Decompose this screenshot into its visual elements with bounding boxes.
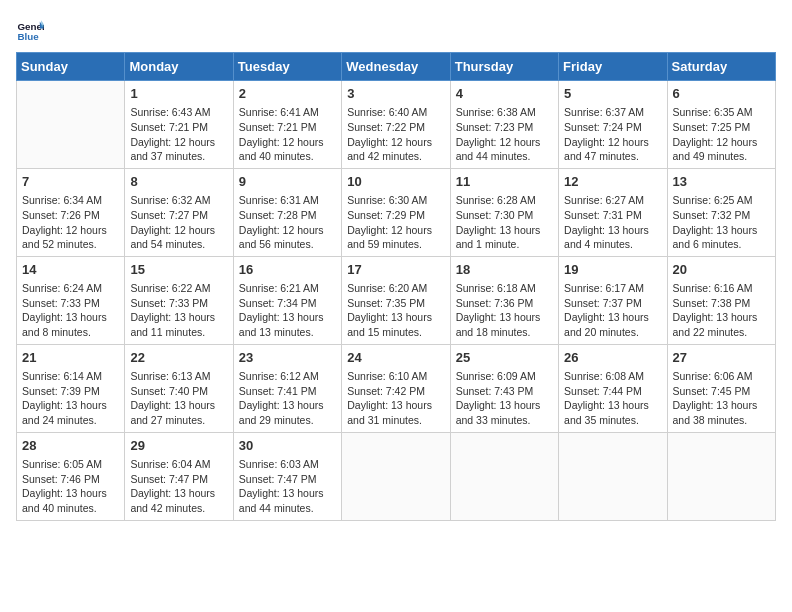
day-info: Sunrise: 6:41 AMSunset: 7:21 PMDaylight:…	[239, 105, 336, 164]
day-cell: 28Sunrise: 6:05 AMSunset: 7:46 PMDayligh…	[17, 432, 125, 520]
day-cell: 5Sunrise: 6:37 AMSunset: 7:24 PMDaylight…	[559, 81, 667, 169]
day-info: Sunrise: 6:16 AMSunset: 7:38 PMDaylight:…	[673, 281, 770, 340]
day-cell: 22Sunrise: 6:13 AMSunset: 7:40 PMDayligh…	[125, 344, 233, 432]
day-number: 17	[347, 261, 444, 279]
day-cell: 11Sunrise: 6:28 AMSunset: 7:30 PMDayligh…	[450, 168, 558, 256]
day-info: Sunrise: 6:34 AMSunset: 7:26 PMDaylight:…	[22, 193, 119, 252]
col-header-saturday: Saturday	[667, 53, 775, 81]
day-cell: 10Sunrise: 6:30 AMSunset: 7:29 PMDayligh…	[342, 168, 450, 256]
svg-text:Blue: Blue	[17, 31, 39, 42]
col-header-monday: Monday	[125, 53, 233, 81]
day-number: 24	[347, 349, 444, 367]
day-cell: 3Sunrise: 6:40 AMSunset: 7:22 PMDaylight…	[342, 81, 450, 169]
col-header-sunday: Sunday	[17, 53, 125, 81]
day-cell: 19Sunrise: 6:17 AMSunset: 7:37 PMDayligh…	[559, 256, 667, 344]
day-info: Sunrise: 6:03 AMSunset: 7:47 PMDaylight:…	[239, 457, 336, 516]
day-cell: 24Sunrise: 6:10 AMSunset: 7:42 PMDayligh…	[342, 344, 450, 432]
day-number: 26	[564, 349, 661, 367]
day-info: Sunrise: 6:22 AMSunset: 7:33 PMDaylight:…	[130, 281, 227, 340]
day-number: 9	[239, 173, 336, 191]
day-cell: 2Sunrise: 6:41 AMSunset: 7:21 PMDaylight…	[233, 81, 341, 169]
col-header-friday: Friday	[559, 53, 667, 81]
day-cell: 23Sunrise: 6:12 AMSunset: 7:41 PMDayligh…	[233, 344, 341, 432]
day-number: 20	[673, 261, 770, 279]
day-number: 18	[456, 261, 553, 279]
day-number: 25	[456, 349, 553, 367]
day-info: Sunrise: 6:10 AMSunset: 7:42 PMDaylight:…	[347, 369, 444, 428]
day-number: 11	[456, 173, 553, 191]
day-info: Sunrise: 6:24 AMSunset: 7:33 PMDaylight:…	[22, 281, 119, 340]
day-info: Sunrise: 6:08 AMSunset: 7:44 PMDaylight:…	[564, 369, 661, 428]
day-cell: 20Sunrise: 6:16 AMSunset: 7:38 PMDayligh…	[667, 256, 775, 344]
week-row-2: 7Sunrise: 6:34 AMSunset: 7:26 PMDaylight…	[17, 168, 776, 256]
day-number: 21	[22, 349, 119, 367]
day-info: Sunrise: 6:04 AMSunset: 7:47 PMDaylight:…	[130, 457, 227, 516]
day-info: Sunrise: 6:06 AMSunset: 7:45 PMDaylight:…	[673, 369, 770, 428]
week-row-1: 1Sunrise: 6:43 AMSunset: 7:21 PMDaylight…	[17, 81, 776, 169]
day-info: Sunrise: 6:32 AMSunset: 7:27 PMDaylight:…	[130, 193, 227, 252]
logo: General Blue	[16, 16, 48, 44]
col-header-tuesday: Tuesday	[233, 53, 341, 81]
day-number: 8	[130, 173, 227, 191]
day-info: Sunrise: 6:09 AMSunset: 7:43 PMDaylight:…	[456, 369, 553, 428]
col-header-wednesday: Wednesday	[342, 53, 450, 81]
day-cell: 15Sunrise: 6:22 AMSunset: 7:33 PMDayligh…	[125, 256, 233, 344]
day-info: Sunrise: 6:20 AMSunset: 7:35 PMDaylight:…	[347, 281, 444, 340]
day-number: 10	[347, 173, 444, 191]
day-cell	[342, 432, 450, 520]
day-cell	[450, 432, 558, 520]
day-info: Sunrise: 6:43 AMSunset: 7:21 PMDaylight:…	[130, 105, 227, 164]
day-cell: 8Sunrise: 6:32 AMSunset: 7:27 PMDaylight…	[125, 168, 233, 256]
day-info: Sunrise: 6:38 AMSunset: 7:23 PMDaylight:…	[456, 105, 553, 164]
day-number: 16	[239, 261, 336, 279]
day-cell: 17Sunrise: 6:20 AMSunset: 7:35 PMDayligh…	[342, 256, 450, 344]
day-number: 15	[130, 261, 227, 279]
day-number: 4	[456, 85, 553, 103]
week-row-3: 14Sunrise: 6:24 AMSunset: 7:33 PMDayligh…	[17, 256, 776, 344]
day-cell: 12Sunrise: 6:27 AMSunset: 7:31 PMDayligh…	[559, 168, 667, 256]
day-cell: 18Sunrise: 6:18 AMSunset: 7:36 PMDayligh…	[450, 256, 558, 344]
day-cell: 29Sunrise: 6:04 AMSunset: 7:47 PMDayligh…	[125, 432, 233, 520]
week-row-5: 28Sunrise: 6:05 AMSunset: 7:46 PMDayligh…	[17, 432, 776, 520]
day-cell: 4Sunrise: 6:38 AMSunset: 7:23 PMDaylight…	[450, 81, 558, 169]
day-number: 28	[22, 437, 119, 455]
day-number: 22	[130, 349, 227, 367]
week-row-4: 21Sunrise: 6:14 AMSunset: 7:39 PMDayligh…	[17, 344, 776, 432]
day-number: 13	[673, 173, 770, 191]
day-number: 23	[239, 349, 336, 367]
day-number: 27	[673, 349, 770, 367]
day-number: 12	[564, 173, 661, 191]
day-info: Sunrise: 6:17 AMSunset: 7:37 PMDaylight:…	[564, 281, 661, 340]
day-info: Sunrise: 6:40 AMSunset: 7:22 PMDaylight:…	[347, 105, 444, 164]
col-header-thursday: Thursday	[450, 53, 558, 81]
day-info: Sunrise: 6:14 AMSunset: 7:39 PMDaylight:…	[22, 369, 119, 428]
day-number: 5	[564, 85, 661, 103]
day-cell: 26Sunrise: 6:08 AMSunset: 7:44 PMDayligh…	[559, 344, 667, 432]
day-info: Sunrise: 6:37 AMSunset: 7:24 PMDaylight:…	[564, 105, 661, 164]
calendar-table: SundayMondayTuesdayWednesdayThursdayFrid…	[16, 52, 776, 521]
day-info: Sunrise: 6:12 AMSunset: 7:41 PMDaylight:…	[239, 369, 336, 428]
day-number: 3	[347, 85, 444, 103]
day-number: 30	[239, 437, 336, 455]
day-cell: 21Sunrise: 6:14 AMSunset: 7:39 PMDayligh…	[17, 344, 125, 432]
day-info: Sunrise: 6:21 AMSunset: 7:34 PMDaylight:…	[239, 281, 336, 340]
day-info: Sunrise: 6:35 AMSunset: 7:25 PMDaylight:…	[673, 105, 770, 164]
day-number: 7	[22, 173, 119, 191]
header: General Blue	[16, 16, 776, 44]
day-cell: 7Sunrise: 6:34 AMSunset: 7:26 PMDaylight…	[17, 168, 125, 256]
day-number: 29	[130, 437, 227, 455]
day-info: Sunrise: 6:05 AMSunset: 7:46 PMDaylight:…	[22, 457, 119, 516]
day-cell: 30Sunrise: 6:03 AMSunset: 7:47 PMDayligh…	[233, 432, 341, 520]
day-info: Sunrise: 6:28 AMSunset: 7:30 PMDaylight:…	[456, 193, 553, 252]
day-info: Sunrise: 6:13 AMSunset: 7:40 PMDaylight:…	[130, 369, 227, 428]
logo-icon: General Blue	[16, 16, 44, 44]
day-info: Sunrise: 6:31 AMSunset: 7:28 PMDaylight:…	[239, 193, 336, 252]
day-number: 19	[564, 261, 661, 279]
day-info: Sunrise: 6:30 AMSunset: 7:29 PMDaylight:…	[347, 193, 444, 252]
day-cell	[17, 81, 125, 169]
day-number: 6	[673, 85, 770, 103]
day-info: Sunrise: 6:18 AMSunset: 7:36 PMDaylight:…	[456, 281, 553, 340]
day-number: 1	[130, 85, 227, 103]
day-number: 2	[239, 85, 336, 103]
day-cell: 25Sunrise: 6:09 AMSunset: 7:43 PMDayligh…	[450, 344, 558, 432]
